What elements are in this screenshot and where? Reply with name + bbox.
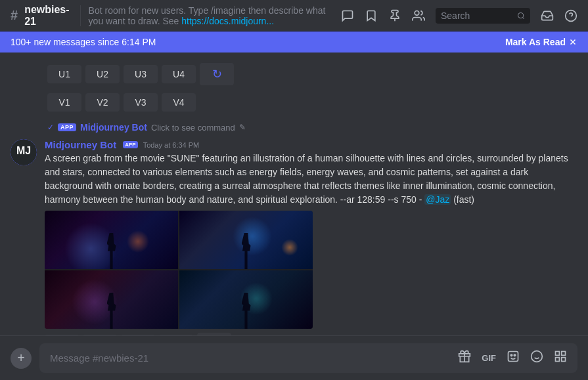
gif-icon[interactable]: GIF — [482, 353, 496, 363]
bot-name-link[interactable]: Midjourney Bot — [80, 122, 147, 133]
image-grid-cell-3 — [45, 270, 178, 329]
mention-tag: @Jaz — [424, 194, 451, 205]
input-right-icons: GIF — [458, 350, 567, 366]
image-grid-cell-1 — [45, 211, 178, 269]
bot-command-header: ✓ APP Midjourney Bot Click to see comman… — [47, 122, 577, 133]
edit-icon: ✎ — [239, 123, 246, 132]
add-attachment-button[interactable]: + — [11, 348, 32, 369]
svg-point-1 — [415, 11, 419, 15]
gift-icon[interactable] — [458, 350, 471, 366]
svg-line-3 — [522, 17, 524, 18]
emoji-icon[interactable] — [530, 350, 543, 366]
message-header: Midjourney Bot APP Today at 6:34 PM — [45, 139, 577, 150]
u2-button-top[interactable]: U2 — [85, 65, 120, 83]
messages-area: Sembe U1 U2 U3 U4 ↻ V1 V2 V3 V4 ✓ APP Mi… — [0, 53, 588, 335]
svg-point-9 — [510, 354, 512, 356]
v3-button-top[interactable]: V3 — [124, 93, 158, 112]
v1-button-top[interactable]: V1 — [47, 93, 81, 112]
message-timestamp: Today at 6:34 PM — [143, 141, 200, 149]
svg-rect-16 — [556, 358, 560, 362]
search-input[interactable] — [441, 11, 514, 21]
app-badge-message: APP — [123, 141, 137, 148]
input-bar: + GIF — [0, 335, 588, 380]
v4-button-top[interactable]: V4 — [162, 93, 196, 112]
check-icon: ✓ — [47, 123, 54, 132]
variation-buttons-top: V1 V2 V3 V4 — [47, 93, 577, 112]
svg-point-10 — [514, 354, 516, 356]
svg-rect-17 — [562, 358, 566, 362]
image-grid-cell-4 — [179, 270, 313, 329]
bot-message-row: MJ Midjourney Bot APP Today at 6:34 PM A… — [11, 139, 577, 335]
docs-link[interactable]: https://docs.midjourn... — [181, 16, 274, 26]
svg-rect-8 — [509, 352, 518, 362]
u4-button-top[interactable]: U4 — [162, 65, 196, 83]
svg-point-2 — [518, 12, 523, 18]
apps-icon[interactable] — [554, 350, 567, 366]
members-icon[interactable] — [412, 9, 425, 22]
message-text: A screen grab from the movie "SUNE" feat… — [45, 152, 577, 207]
top-bar: # newbies-21 Bot room for new users. Typ… — [0, 0, 588, 32]
message-input-field[interactable] — [50, 352, 453, 364]
channel-description: Bot room for new users. Type /imagine th… — [80, 5, 336, 26]
silhouette-1 — [107, 233, 116, 269]
image-grid-cell-2 — [179, 211, 313, 269]
app-badge-top: APP — [58, 123, 76, 131]
upscale-buttons-top: U1 U2 U3 U4 ↻ — [47, 63, 577, 85]
silhouette-3 — [107, 293, 116, 329]
top-bar-right — [341, 8, 577, 24]
sticker-icon[interactable] — [507, 350, 520, 366]
channel-hash-icon: # — [11, 8, 18, 23]
sender-name[interactable]: Midjourney Bot — [45, 139, 116, 150]
u3-button-top[interactable]: U3 — [124, 65, 158, 83]
click-to-see-command[interactable]: Click to see command — [151, 123, 235, 133]
svg-rect-14 — [556, 352, 560, 356]
svg-point-11 — [531, 351, 543, 362]
channel-name: newbies-21 — [24, 4, 69, 28]
bookmark-icon[interactable] — [365, 9, 378, 22]
bot-avatar: MJ — [11, 139, 37, 165]
notification-bar: 100+ new messages since 6:14 PM Mark As … — [0, 32, 588, 53]
u1-button-top[interactable]: U1 — [47, 65, 81, 83]
v2-button-top[interactable]: V2 — [85, 93, 120, 112]
refresh-button-top[interactable]: ↻ — [200, 63, 234, 85]
refresh-icon-top: ↻ — [212, 67, 222, 81]
silhouette-4 — [242, 293, 251, 329]
svg-rect-15 — [562, 352, 566, 356]
svg-text:MJ: MJ — [16, 145, 31, 156]
silhouette-2 — [242, 233, 251, 269]
generated-image-grid[interactable] — [45, 211, 313, 329]
pin-icon[interactable] — [388, 9, 401, 22]
help-icon[interactable] — [564, 9, 577, 22]
threads-icon[interactable] — [341, 9, 354, 22]
bot-message-content: Midjourney Bot APP Today at 6:34 PM A sc… — [45, 139, 577, 335]
message-input-container[interactable]: GIF — [39, 343, 577, 373]
mark-as-read-button[interactable]: Mark As Read — [505, 37, 577, 47]
notif-text: 100+ new messages since 6:14 PM — [11, 37, 156, 47]
search-bar[interactable] — [436, 8, 530, 24]
inbox-icon[interactable] — [541, 9, 554, 22]
